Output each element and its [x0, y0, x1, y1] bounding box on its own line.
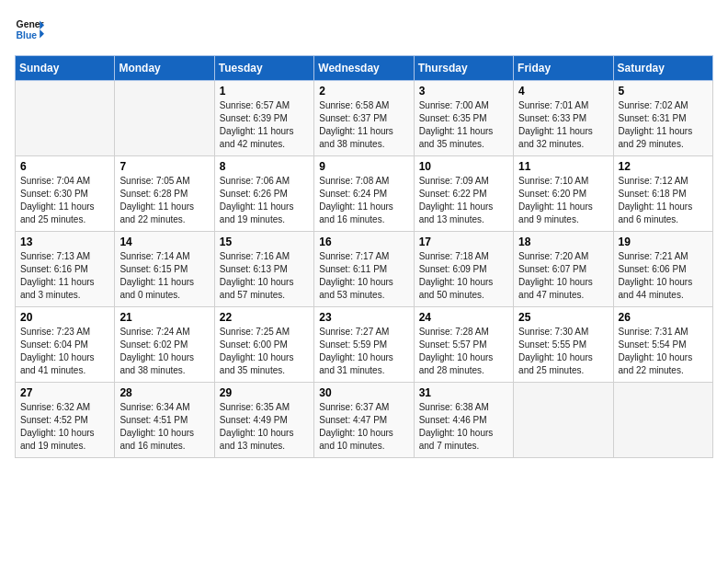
day-number: 19 — [619, 236, 708, 248]
weekday-header-monday: Monday — [115, 56, 214, 81]
logo-icon: General Blue — [15, 15, 44, 44]
calendar-cell: 28Sunrise: 6:34 AM Sunset: 4:51 PM Dayli… — [115, 383, 214, 458]
weekday-header-friday: Friday — [514, 56, 613, 81]
day-info: Sunrise: 7:17 AM Sunset: 6:11 PM Dayligh… — [319, 250, 408, 302]
calendar-cell: 23Sunrise: 7:27 AM Sunset: 5:59 PM Dayli… — [314, 307, 414, 383]
week-row-2: 6Sunrise: 7:04 AM Sunset: 6:30 PM Daylig… — [16, 156, 713, 232]
calendar-cell: 27Sunrise: 6:32 AM Sunset: 4:52 PM Dayli… — [16, 383, 115, 458]
day-number: 26 — [619, 311, 708, 324]
day-info: Sunrise: 7:08 AM Sunset: 6:24 PM Dayligh… — [319, 175, 408, 226]
week-row-4: 20Sunrise: 7:23 AM Sunset: 6:04 PM Dayli… — [16, 307, 713, 383]
day-number: 23 — [319, 311, 408, 324]
day-info: Sunrise: 7:05 AM Sunset: 6:28 PM Dayligh… — [119, 175, 209, 226]
calendar-cell: 3Sunrise: 7:00 AM Sunset: 6:35 PM Daylig… — [414, 81, 513, 156]
calendar-cell: 7Sunrise: 7:05 AM Sunset: 6:28 PM Daylig… — [115, 156, 214, 232]
calendar-cell: 1Sunrise: 6:57 AM Sunset: 6:39 PM Daylig… — [214, 81, 313, 156]
day-number: 28 — [119, 386, 209, 399]
calendar-cell: 25Sunrise: 7:30 AM Sunset: 5:55 PM Dayli… — [514, 307, 613, 383]
calendar-cell: 24Sunrise: 7:28 AM Sunset: 5:57 PM Dayli… — [414, 307, 513, 383]
day-number: 13 — [20, 236, 109, 248]
day-number: 17 — [419, 236, 508, 248]
day-number: 27 — [20, 386, 109, 399]
calendar-cell: 4Sunrise: 7:01 AM Sunset: 6:33 PM Daylig… — [514, 81, 613, 156]
calendar-cell: 19Sunrise: 7:21 AM Sunset: 6:06 PM Dayli… — [613, 232, 712, 307]
day-info: Sunrise: 6:32 AM Sunset: 4:52 PM Dayligh… — [20, 401, 109, 453]
day-info: Sunrise: 6:58 AM Sunset: 6:37 PM Dayligh… — [319, 99, 408, 151]
day-number: 14 — [119, 236, 209, 248]
calendar-cell: 13Sunrise: 7:13 AM Sunset: 6:16 PM Dayli… — [16, 232, 115, 307]
day-number: 12 — [619, 160, 708, 173]
calendar-cell: 12Sunrise: 7:12 AM Sunset: 6:18 PM Dayli… — [613, 156, 712, 232]
calendar-cell: 14Sunrise: 7:14 AM Sunset: 6:15 PM Dayli… — [115, 232, 214, 307]
calendar-cell: 30Sunrise: 6:37 AM Sunset: 4:47 PM Dayli… — [314, 383, 414, 458]
day-number: 4 — [518, 85, 608, 98]
day-info: Sunrise: 7:00 AM Sunset: 6:35 PM Dayligh… — [419, 99, 508, 151]
calendar-cell: 26Sunrise: 7:31 AM Sunset: 5:54 PM Dayli… — [613, 307, 712, 383]
calendar-cell — [16, 81, 115, 156]
day-info: Sunrise: 7:14 AM Sunset: 6:15 PM Dayligh… — [119, 250, 209, 302]
day-info: Sunrise: 6:35 AM Sunset: 4:49 PM Dayligh… — [220, 401, 309, 453]
week-row-1: 1Sunrise: 6:57 AM Sunset: 6:39 PM Daylig… — [16, 81, 713, 156]
calendar-cell: 8Sunrise: 7:06 AM Sunset: 6:26 PM Daylig… — [214, 156, 313, 232]
day-number: 5 — [619, 85, 708, 98]
day-info: Sunrise: 7:02 AM Sunset: 6:31 PM Dayligh… — [619, 99, 708, 151]
weekday-header-row: SundayMondayTuesdayWednesdayThursdayFrid… — [16, 56, 713, 81]
day-info: Sunrise: 7:01 AM Sunset: 6:33 PM Dayligh… — [518, 99, 608, 151]
calendar-cell: 21Sunrise: 7:24 AM Sunset: 6:02 PM Dayli… — [115, 307, 214, 383]
weekday-header-wednesday: Wednesday — [314, 56, 414, 81]
logo: General Blue — [15, 15, 48, 44]
day-info: Sunrise: 6:37 AM Sunset: 4:47 PM Dayligh… — [319, 401, 408, 453]
day-number: 20 — [20, 311, 109, 324]
day-number: 1 — [220, 85, 309, 98]
day-number: 2 — [319, 85, 408, 98]
day-info: Sunrise: 7:28 AM Sunset: 5:57 PM Dayligh… — [419, 326, 508, 377]
day-number: 29 — [220, 386, 309, 399]
day-info: Sunrise: 7:21 AM Sunset: 6:06 PM Dayligh… — [619, 250, 708, 302]
day-info: Sunrise: 7:09 AM Sunset: 6:22 PM Dayligh… — [419, 175, 508, 226]
day-info: Sunrise: 6:34 AM Sunset: 4:51 PM Dayligh… — [119, 401, 209, 453]
day-info: Sunrise: 7:24 AM Sunset: 6:02 PM Dayligh… — [119, 326, 209, 377]
day-info: Sunrise: 7:27 AM Sunset: 5:59 PM Dayligh… — [319, 326, 408, 377]
weekday-header-saturday: Saturday — [613, 56, 712, 81]
day-info: Sunrise: 6:57 AM Sunset: 6:39 PM Dayligh… — [220, 99, 309, 151]
day-info: Sunrise: 7:16 AM Sunset: 6:13 PM Dayligh… — [220, 250, 309, 302]
week-row-3: 13Sunrise: 7:13 AM Sunset: 6:16 PM Dayli… — [16, 232, 713, 307]
calendar-cell: 2Sunrise: 6:58 AM Sunset: 6:37 PM Daylig… — [314, 81, 414, 156]
day-number: 3 — [419, 85, 508, 98]
day-number: 11 — [518, 160, 608, 173]
day-info: Sunrise: 7:30 AM Sunset: 5:55 PM Dayligh… — [518, 326, 608, 377]
day-info: Sunrise: 7:12 AM Sunset: 6:18 PM Dayligh… — [619, 175, 708, 226]
day-number: 22 — [220, 311, 309, 324]
day-number: 15 — [220, 236, 309, 248]
calendar-cell: 17Sunrise: 7:18 AM Sunset: 6:09 PM Dayli… — [414, 232, 513, 307]
day-number: 30 — [319, 386, 408, 399]
day-number: 21 — [119, 311, 209, 324]
weekday-header-tuesday: Tuesday — [214, 56, 313, 81]
day-number: 8 — [220, 160, 309, 173]
calendar-cell: 22Sunrise: 7:25 AM Sunset: 6:00 PM Dayli… — [214, 307, 313, 383]
day-number: 31 — [419, 386, 508, 399]
day-number: 10 — [419, 160, 508, 173]
day-info: Sunrise: 7:31 AM Sunset: 5:54 PM Dayligh… — [619, 326, 708, 377]
day-info: Sunrise: 7:10 AM Sunset: 6:20 PM Dayligh… — [518, 175, 608, 226]
day-info: Sunrise: 7:18 AM Sunset: 6:09 PM Dayligh… — [419, 250, 508, 302]
calendar-body: 1Sunrise: 6:57 AM Sunset: 6:39 PM Daylig… — [16, 81, 713, 458]
calendar-cell: 16Sunrise: 7:17 AM Sunset: 6:11 PM Dayli… — [314, 232, 414, 307]
calendar-cell — [514, 383, 613, 458]
day-info: Sunrise: 7:20 AM Sunset: 6:07 PM Dayligh… — [518, 250, 608, 302]
weekday-header-sunday: Sunday — [16, 56, 115, 81]
day-info: Sunrise: 7:06 AM Sunset: 6:26 PM Dayligh… — [220, 175, 309, 226]
calendar-cell: 10Sunrise: 7:09 AM Sunset: 6:22 PM Dayli… — [414, 156, 513, 232]
calendar-cell: 18Sunrise: 7:20 AM Sunset: 6:07 PM Dayli… — [514, 232, 613, 307]
page-header: General Blue — [15, 15, 713, 44]
day-number: 18 — [518, 236, 608, 248]
calendar-cell — [115, 81, 214, 156]
calendar-cell: 9Sunrise: 7:08 AM Sunset: 6:24 PM Daylig… — [314, 156, 414, 232]
calendar-cell: 5Sunrise: 7:02 AM Sunset: 6:31 PM Daylig… — [613, 81, 712, 156]
day-number: 6 — [20, 160, 109, 173]
day-number: 7 — [119, 160, 209, 173]
calendar-cell: 20Sunrise: 7:23 AM Sunset: 6:04 PM Dayli… — [16, 307, 115, 383]
calendar-table: SundayMondayTuesdayWednesdayThursdayFrid… — [15, 55, 713, 458]
calendar-cell: 6Sunrise: 7:04 AM Sunset: 6:30 PM Daylig… — [16, 156, 115, 232]
day-info: Sunrise: 7:23 AM Sunset: 6:04 PM Dayligh… — [20, 326, 109, 377]
